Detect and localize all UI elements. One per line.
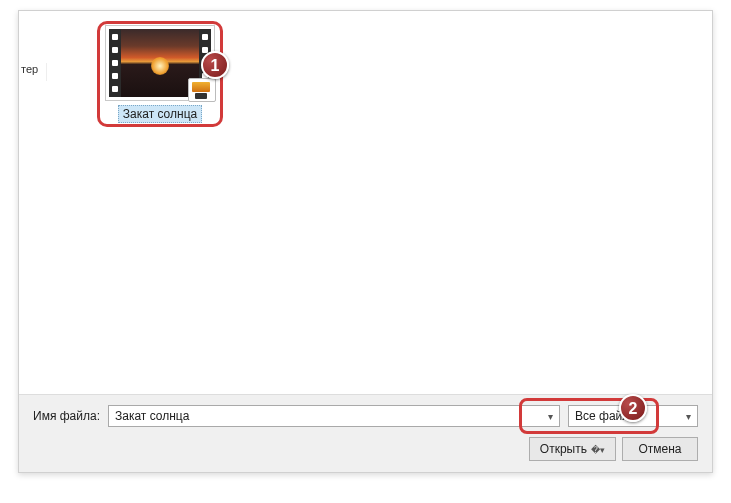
chevron-down-icon: ▾: [543, 411, 557, 422]
file-item-video[interactable]: Закат солнца: [101, 25, 219, 123]
media-player-overlay-icon: [188, 78, 216, 102]
annotation-badge-2: 2: [619, 394, 647, 422]
filename-input[interactable]: Закат солнца ▾: [108, 405, 560, 427]
file-open-dialog: тер Закат солнца 1 Имя файла:: [18, 10, 713, 473]
open-button[interactable]: Открыть�▾: [529, 437, 616, 461]
buttons-row: Открыть�▾ Отмена: [33, 437, 698, 461]
dialog-bottom-bar: Имя файла: Закат солнца ▾ Все файлы ▾ От…: [19, 394, 712, 472]
cancel-button-label: Отмена: [638, 442, 681, 456]
annotation-badge-1: 1: [201, 51, 229, 79]
filmstrip-left-icon: [109, 29, 121, 97]
filename-label: Имя файла:: [33, 409, 100, 423]
cancel-button[interactable]: Отмена: [622, 437, 698, 461]
file-list-area[interactable]: тер Закат солнца 1: [19, 11, 712, 394]
open-button-label: Открыть: [540, 442, 587, 456]
chevron-down-icon: ▾: [681, 411, 695, 422]
sidebar-fragment: тер: [19, 63, 47, 81]
split-chevron-icon: �▾: [591, 445, 605, 455]
filename-row: Имя файла: Закат солнца ▾ Все файлы ▾: [33, 405, 698, 427]
filename-value: Закат солнца: [115, 409, 189, 423]
video-thumbnail: [105, 25, 215, 101]
sun-icon: [151, 57, 169, 75]
file-item-label: Закат солнца: [118, 105, 202, 123]
